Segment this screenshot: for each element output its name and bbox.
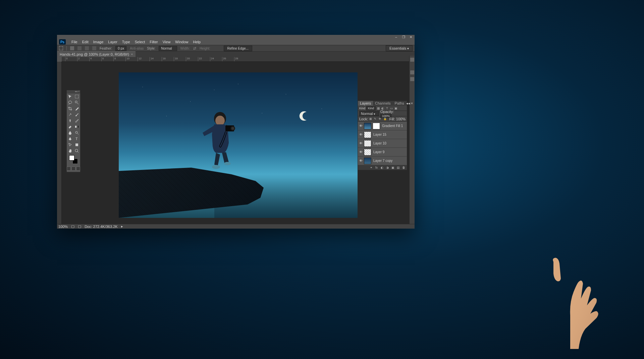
status-icon-2[interactable]: ▢ [78,224,81,229]
tab-layers[interactable]: Layers [358,101,373,106]
history-brush-tool[interactable] [73,118,80,124]
crop-tool[interactable] [67,106,73,112]
layer-row[interactable]: 👁Layer 9 [358,148,407,157]
menu-edit[interactable]: Edit [80,39,91,45]
close-tab-icon[interactable]: × [131,53,133,56]
lock-all-icon[interactable]: 🔒 [383,117,387,121]
filter-kind-select[interactable]: Kind [366,106,376,110]
visibility-toggle-icon[interactable]: 👁 [359,133,363,136]
lock-position-icon[interactable]: ✥ [379,117,382,121]
workspace-switcher[interactable]: Essentials ▾ [386,45,413,51]
mask-icon[interactable]: ◐ [381,166,384,169]
status-menu-icon[interactable]: ▸ [121,224,123,229]
filter-pixel-icon[interactable]: ▦ [377,107,380,110]
screen-mode-icon[interactable] [71,167,75,171]
foreground-background-swatches[interactable] [67,154,80,165]
layer-row[interactable]: 👁Layer 10 [358,139,407,148]
history-panel-icon[interactable] [410,70,414,74]
move-tool[interactable] [67,94,73,100]
layer-name[interactable]: Gradient Fill 1 [381,124,406,128]
menu-filter[interactable]: Filter [147,39,160,45]
healing-brush-tool[interactable] [67,112,73,118]
layer-mask-thumbnail[interactable] [373,123,380,129]
antialias-checkbox[interactable]: Anti-alias [130,47,144,50]
close-button[interactable]: ✕ [409,35,413,39]
intersect-selection-icon[interactable] [92,46,96,50]
adjustment-icon[interactable]: ◑ [386,166,389,169]
swap-wh-icon[interactable]: ⇄ [193,46,196,51]
menu-window[interactable]: Window [173,39,191,45]
fill-input[interactable]: 100% [396,117,406,121]
layer-row[interactable]: 👁Layer 15 [358,130,407,139]
layer-thumbnail[interactable] [364,158,371,164]
layer-row[interactable]: 👁Layer 7 copy [358,157,407,165]
document-tab[interactable]: Hands-41.png @ 100% (Layer 0, RGB/8#) × [57,51,136,57]
layer-name[interactable]: Layer 9 [373,150,406,154]
zoom-tool[interactable] [73,148,80,154]
new-selection-icon[interactable] [70,46,74,50]
layer-thumbnail[interactable] [364,123,371,129]
tab-channels[interactable]: Channels [373,101,392,106]
link-icon[interactable]: ⚭ [370,166,373,169]
menu-select[interactable]: Select [132,39,148,45]
dodge-tool[interactable] [73,130,80,136]
quick-mask-icon[interactable] [67,167,71,171]
layer-thumbnail[interactable] [364,149,371,156]
eraser-tool[interactable] [67,124,73,130]
status-icon-1[interactable]: ▢ [71,224,74,229]
fx-icon[interactable]: fx [375,166,379,169]
layer-thumbnail[interactable] [364,131,371,138]
minimize-button[interactable]: – [394,35,398,39]
blur-tool[interactable] [67,130,73,136]
layer-name[interactable]: Layer 10 [373,141,406,145]
visibility-toggle-icon[interactable]: 👁 [359,124,363,128]
hand-tool[interactable] [67,148,73,154]
group-icon[interactable]: ▣ [391,166,395,169]
lock-image-icon[interactable]: ✎ [374,117,377,121]
tab-paths[interactable]: Paths [393,101,406,106]
properties-panel-icon[interactable] [410,77,414,81]
visibility-toggle-icon[interactable]: 👁 [359,150,363,154]
visibility-toggle-icon[interactable]: 👁 [359,159,363,163]
visibility-toggle-icon[interactable]: 👁 [359,141,363,145]
brush-tool[interactable] [73,112,80,118]
shape-tool[interactable] [73,142,80,148]
layer-name[interactable]: Layer 15 [373,133,406,136]
menu-file[interactable]: File [69,39,80,45]
zoom-level[interactable]: 100% [58,225,68,229]
collapse-panel-icon[interactable]: ◂◂ [406,101,410,106]
layer-thumbnail[interactable] [364,140,371,147]
clone-stamp-tool[interactable] [67,118,73,124]
menu-help[interactable]: Help [191,39,203,45]
maximize-button[interactable]: ❐ [401,35,406,39]
lock-transparent-icon[interactable]: ▦ [369,117,373,121]
horizontal-ruler[interactable]: 0246810121416182022242628 [62,57,415,62]
path-select-tool[interactable] [67,142,73,148]
screen-mode-icon-2[interactable] [76,167,80,171]
feather-input[interactable]: 0 px [115,46,126,51]
type-tool[interactable]: T [73,136,80,142]
lasso-tool[interactable] [67,100,73,106]
foreground-color-swatch[interactable] [69,155,74,161]
vertical-ruler[interactable] [57,62,62,229]
pen-tool[interactable] [67,136,73,142]
menu-view[interactable]: View [160,39,173,45]
trash-icon[interactable]: 🗑 [402,166,406,169]
layer-row[interactable]: 👁Gradient Fill 1 [358,122,407,130]
menu-type[interactable]: Type [120,39,132,45]
new-layer-icon[interactable]: ▤ [397,166,400,169]
quick-select-tool[interactable] [73,100,80,106]
close-panel-icon[interactable]: × [411,101,413,106]
canvas[interactable] [119,72,358,218]
marquee-preset-icon[interactable] [59,46,63,50]
menu-image[interactable]: Image [91,39,106,45]
expand-dock-icon[interactable] [410,58,414,62]
blend-mode-select[interactable]: Normal ▾ [359,111,379,116]
layer-name[interactable]: Layer 7 copy [373,159,406,163]
style-select[interactable]: Normal [159,46,177,51]
refine-edge-button[interactable]: Refine Edge... [224,46,252,51]
eyedropper-tool[interactable] [73,106,80,112]
marquee-tool[interactable] [73,94,80,100]
gradient-tool[interactable] [73,124,80,130]
tools-panel-header[interactable]: ◂◂× [67,90,80,94]
